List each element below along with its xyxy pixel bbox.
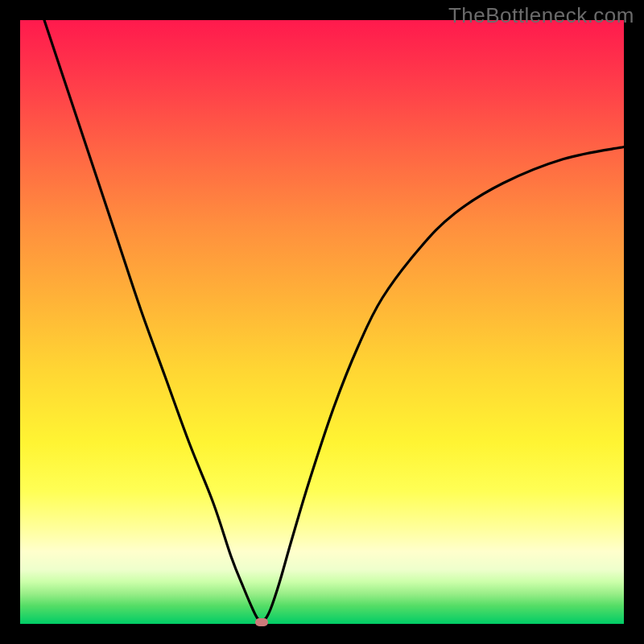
chart-frame: TheBottleneck.com [0, 0, 644, 644]
bottleneck-curve [20, 20, 624, 624]
watermark-text: TheBottleneck.com [448, 3, 634, 28]
plot-area [20, 20, 624, 624]
minimum-marker [255, 618, 268, 626]
